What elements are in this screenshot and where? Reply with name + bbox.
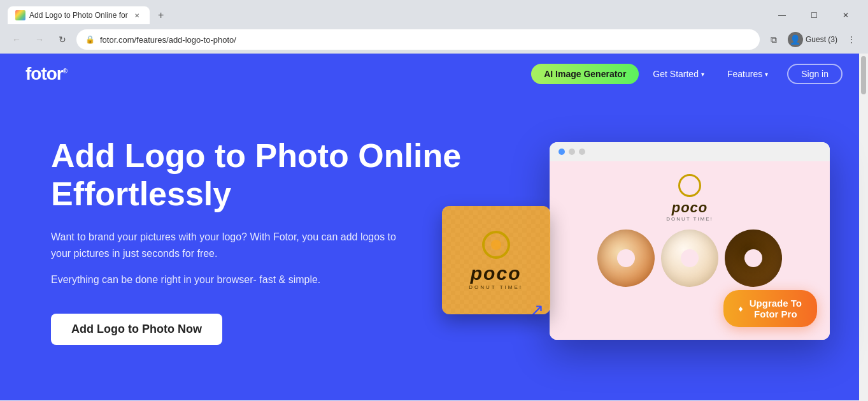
donut-2 — [661, 230, 718, 287]
hero-section: Add Logo to Photo Online Effortlessly Wa… — [0, 94, 868, 400]
mockup-dot-2 — [569, 149, 575, 155]
nav-bar: ← → ↻ 🔒 fotor.com/features/add-logo-to-p… — [0, 26, 868, 54]
donut-1 — [597, 230, 655, 287]
brand-sub: DONUT TIME! — [666, 216, 713, 222]
floating-card-background: poco DONUT TIME! — [442, 206, 550, 314]
floating-logo-card: poco DONUT TIME! ↗ — [442, 206, 550, 314]
site-logo[interactable]: fotor® — [25, 64, 67, 84]
hero-description-2: Everything can be done right in your bro… — [51, 272, 408, 288]
floating-brand-sub: DONUT TIME! — [469, 284, 523, 290]
cta-button[interactable]: Add Logo to Photo Now — [51, 314, 222, 345]
donut-hole-2 — [681, 249, 699, 267]
features-button[interactable]: Features ▾ — [718, 64, 777, 84]
tab-title: Add Logo to Photo Online for — [29, 11, 128, 20]
browser-tab[interactable]: Add Logo to Photo Online for ✕ — [8, 6, 150, 24]
get-started-chevron: ▾ — [701, 71, 704, 78]
floating-brand-name: poco — [471, 263, 522, 284]
floating-donut-icon — [482, 231, 510, 259]
hero-visual: poco DONUT TIME! ↗ poco — [487, 142, 843, 340]
address-bar[interactable]: 🔒 fotor.com/features/add-logo-to-photo/ — [76, 29, 760, 50]
sign-in-button[interactable]: Sign in — [787, 64, 843, 84]
browser-chrome: Add Logo to Photo Online for ✕ + — ☐ ✕ ←… — [0, 0, 868, 54]
donut-3 — [725, 230, 782, 287]
url-text: fotor.com/features/add-logo-to-photo/ — [100, 35, 751, 45]
profile-icon: 👤 — [788, 32, 803, 47]
donut-hole-1 — [617, 249, 635, 267]
scrollbar[interactable] — [859, 54, 868, 400]
donuts-display — [597, 230, 782, 287]
profile-button[interactable]: 👤 Guest (3) — [788, 32, 837, 47]
get-started-button[interactable]: Get Started ▾ — [644, 64, 713, 84]
ai-image-generator-button[interactable]: AI Image Generator — [531, 64, 639, 84]
cursor-icon: ↗ — [529, 300, 544, 314]
site-navigation: fotor® AI Image Generator Get Started ▾ … — [0, 54, 868, 94]
features-chevron: ▾ — [765, 71, 768, 78]
maximize-button[interactable]: ☐ — [799, 5, 829, 26]
title-bar: Add Logo to Photo Online for ✕ + — ☐ ✕ — [0, 0, 868, 26]
forward-button[interactable]: → — [31, 31, 48, 48]
tab-favicon — [15, 10, 25, 20]
hero-description-1: Want to brand your pictures with your lo… — [51, 229, 408, 261]
hero-title: Add Logo to Photo Online Effortlessly — [51, 137, 487, 214]
upgrade-label: Upgrade ToFotor Pro — [750, 298, 802, 319]
tab-close-btn[interactable]: ✕ — [132, 10, 142, 20]
back-button[interactable]: ← — [8, 31, 25, 48]
hero-content: Add Logo to Photo Online Effortlessly Wa… — [51, 137, 487, 344]
brand-logo-display: poco DONUT TIME! — [666, 174, 713, 222]
mockup-dot-1 — [559, 149, 565, 155]
window-controls: — ☐ ✕ — [767, 5, 860, 26]
upgrade-button[interactable]: ♦ Upgrade ToFotor Pro — [723, 290, 817, 327]
extensions-button[interactable]: ⧉ — [765, 31, 783, 48]
profile-label: Guest (3) — [806, 35, 837, 44]
lock-icon: 🔒 — [85, 35, 95, 44]
floating-logo-content: poco DONUT TIME! — [469, 231, 523, 290]
browser-actions: ⧉ 👤 Guest (3) ⋮ — [765, 31, 860, 48]
tab-bar: Add Logo to Photo Online for ✕ + — [8, 6, 170, 24]
mockup-dot-3 — [579, 149, 585, 155]
refresh-button[interactable]: ↻ — [53, 31, 71, 48]
minimize-button[interactable]: — — [767, 5, 797, 26]
menu-button[interactable]: ⋮ — [843, 31, 860, 48]
close-button[interactable]: ✕ — [831, 5, 860, 26]
diamond-icon: ♦ — [739, 303, 743, 314]
mockup-titlebar — [550, 142, 830, 161]
donut-hole-3 — [744, 249, 762, 267]
website-content: fotor® AI Image Generator Get Started ▾ … — [0, 54, 868, 400]
browser-mockup: poco DONUT TIME! — [550, 142, 830, 340]
scrollbar-thumb[interactable] — [861, 56, 866, 94]
brand-donut-icon — [678, 174, 701, 197]
nav-links: AI Image Generator Get Started ▾ Feature… — [531, 64, 843, 84]
brand-name: poco — [672, 200, 708, 216]
new-tab-button[interactable]: + — [152, 6, 170, 24]
